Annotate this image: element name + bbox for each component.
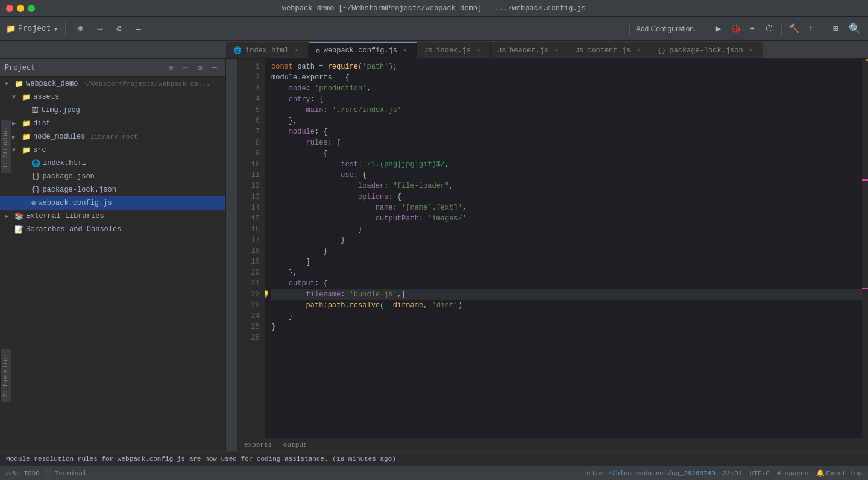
tree-item-package-lock.json[interactable]: {}package-lock.json xyxy=(0,183,225,196)
run-controls: ▶ 🐞 ☂ ⏱ 🔨 ↑ ⊞ xyxy=(711,22,843,36)
statusbar: ☑ 6: TODO ⬛ Terminal https://blog.csdn.n… xyxy=(0,466,868,480)
terminal-status[interactable]: ⬛ Terminal xyxy=(45,469,87,477)
run-button[interactable]: ▶ xyxy=(711,22,726,36)
minimize-button[interactable] xyxy=(17,5,24,12)
tree-item-scratches-and-consoles[interactable]: 📝Scratches and Consoles xyxy=(0,223,225,236)
code-line-21: output: { xyxy=(271,278,862,289)
tree-label: timg.jpeg xyxy=(41,106,80,114)
favorites-tool[interactable]: 2: Favorites xyxy=(0,349,11,402)
code-area[interactable]: 1234567891011121314151617181920212223242… xyxy=(238,59,868,438)
terminal-maximize-button[interactable]: ⊞ xyxy=(828,22,843,36)
token xyxy=(271,105,306,116)
tab-close-package-lock[interactable]: × xyxy=(747,46,755,55)
tree-file-icon: {} xyxy=(31,172,40,181)
project-selector[interactable]: 📁 Project ▾ xyxy=(6,24,58,34)
line-number-22: 22 xyxy=(238,289,260,300)
tree-item-webpack.config.js[interactable]: ⚙webpack.config.js xyxy=(0,196,225,210)
token: './src/index.js' xyxy=(332,105,401,116)
token: : xyxy=(323,300,327,311)
breadcrumb-item-output[interactable]: output xyxy=(283,441,307,449)
token: : xyxy=(323,105,332,116)
tree-item-webpack_demo[interactable]: ▼📁webpack_demo~/WebstormProjects/webpack… xyxy=(0,77,225,90)
vcs-button[interactable]: ↑ xyxy=(804,22,818,36)
line-number-15: 15 xyxy=(238,213,260,224)
tree-item-assets[interactable]: ▼📁assets xyxy=(0,90,225,104)
new-file-button[interactable]: ⊕ xyxy=(73,22,87,36)
structure-tool[interactable]: 1: Structure xyxy=(0,120,11,173)
position-status[interactable]: 22:31 xyxy=(723,470,743,477)
main-content: Project ⊕ ↔ ⚙ — ▼📁webpack_demo~/Webstorm… xyxy=(0,59,868,451)
tree-label: src xyxy=(33,146,46,154)
debug-button[interactable]: 🐞 xyxy=(728,22,743,36)
tree-label: dist xyxy=(33,119,51,128)
todo-status[interactable]: ☑ 6: TODO xyxy=(6,469,40,477)
code-line-26 xyxy=(271,332,862,343)
token: }, xyxy=(271,116,297,126)
tree-item-timg.jpeg[interactable]: 🖼timg.jpeg xyxy=(0,104,225,117)
tab-index-html[interactable]: 🌐index.html× xyxy=(226,42,309,58)
sidebar-settings-button[interactable]: ⚙ xyxy=(194,62,206,74)
tree-label: node_modules xyxy=(33,132,85,141)
tree-item-src[interactable]: ▼📁src xyxy=(0,143,225,157)
collapse-button[interactable]: — xyxy=(131,22,145,36)
sync-button[interactable]: ↔ xyxy=(92,22,107,36)
project-dropdown-icon: ▾ xyxy=(54,24,58,34)
tab-close-header-js[interactable]: × xyxy=(552,46,561,55)
token: ,| xyxy=(397,289,406,300)
indent-status[interactable]: 4 spaces xyxy=(777,470,809,477)
code-content[interactable]: const path = require('path');module.expo… xyxy=(265,59,862,438)
project-label: Project xyxy=(18,24,51,33)
coverage-button[interactable]: ☂ xyxy=(745,22,760,36)
maximize-button[interactable] xyxy=(28,5,35,12)
tab-close-webpack-config[interactable]: × xyxy=(401,46,409,55)
settings-button[interactable]: ⚙ xyxy=(112,22,126,36)
code-line-2: module.exports = { xyxy=(271,72,862,83)
token xyxy=(271,126,289,137)
token: , xyxy=(445,159,449,170)
token: path = xyxy=(293,61,328,72)
tab-close-index-js[interactable]: × xyxy=(474,46,483,55)
tab-close-index-html[interactable]: × xyxy=(292,46,301,55)
close-button[interactable] xyxy=(6,5,13,12)
tree-item-node_modules[interactable]: ▶📁node_moduleslibrary root xyxy=(0,130,225,143)
sidebar-collapse-button[interactable]: — xyxy=(209,62,221,74)
tree-arrow: ▶ xyxy=(5,213,12,220)
line-number-16: 16 xyxy=(238,224,260,235)
code-line-20: }, xyxy=(271,267,862,278)
breadcrumb-item-exports[interactable]: exports xyxy=(244,441,272,449)
code-line-19: ] xyxy=(271,257,862,267)
event-log-status[interactable]: 🔔 Event Log xyxy=(816,469,862,477)
tab-icon-index-html: 🌐 xyxy=(233,46,242,54)
token: , xyxy=(423,300,432,311)
infobar: Module resolution rules for webpack.conf… xyxy=(0,451,868,466)
line-number-26: 26 xyxy=(238,332,260,343)
line-number-5: 5 xyxy=(238,105,260,116)
build-button[interactable]: 🔨 xyxy=(787,22,801,36)
encoding-status[interactable]: UTF-8 xyxy=(750,470,770,477)
event-log-label: Event Log xyxy=(826,470,862,477)
infobar-message: Module resolution rules for webpack.conf… xyxy=(6,455,396,463)
add-configuration-button[interactable]: Add Configuration... xyxy=(629,22,706,36)
tree-file-icon: {} xyxy=(31,185,40,194)
line-number-14: 14 xyxy=(238,202,260,213)
line-number-21: 21 xyxy=(238,278,260,289)
tree-arrow: ▼ xyxy=(12,94,19,101)
tab-package-lock[interactable]: {}package-lock.json× xyxy=(650,42,763,58)
tree-item-package.json[interactable]: {}package.json xyxy=(0,170,225,183)
profile-button[interactable]: ⏱ xyxy=(762,22,776,36)
sidebar-new-button[interactable]: ⊕ xyxy=(165,62,177,74)
tree-file-icon: 📁 xyxy=(22,146,31,155)
search-everywhere-button[interactable]: 🔍 xyxy=(848,22,862,36)
line-number-8: 8 xyxy=(238,137,260,148)
tree-file-icon: 📁 xyxy=(22,93,31,102)
tree-item-external-libraries[interactable]: ▶📚External Libraries xyxy=(0,210,225,223)
tree-item-dist[interactable]: ▶📁dist xyxy=(0,117,225,130)
sidebar-sync-button[interactable]: ↔ xyxy=(180,62,192,74)
tree-item-index.html[interactable]: 🌐index.html xyxy=(0,157,225,170)
tab-index-js[interactable]: JSindex.js× xyxy=(417,42,491,58)
tab-webpack-config[interactable]: ⚙webpack.config.js× xyxy=(309,42,417,58)
tab-label-index-js: index.js xyxy=(436,46,471,55)
tab-close-content-js[interactable]: × xyxy=(634,46,643,55)
tab-header-js[interactable]: JSheader.js× xyxy=(491,42,568,58)
tab-content-js[interactable]: JScontent.js× xyxy=(568,42,650,58)
